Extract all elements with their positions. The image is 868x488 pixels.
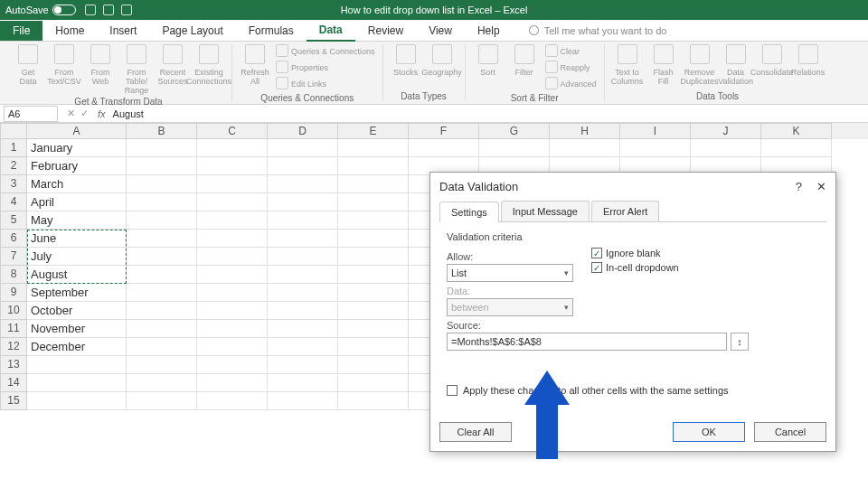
cell[interactable]: [197, 338, 268, 356]
row-header[interactable]: 5: [0, 211, 27, 230]
cell[interactable]: [197, 211, 268, 230]
data-validation-button[interactable]: Data Validation: [721, 44, 751, 86]
cell[interactable]: [127, 392, 197, 410]
cell[interactable]: [338, 211, 409, 230]
menu-view[interactable]: View: [416, 21, 465, 41]
name-box[interactable]: A6: [4, 106, 58, 122]
cell[interactable]: [691, 139, 761, 157]
cell[interactable]: [338, 193, 409, 211]
menu-help[interactable]: Help: [465, 21, 513, 41]
cell[interactable]: [27, 374, 127, 392]
col-header[interactable]: C: [197, 123, 268, 139]
cell[interactable]: July: [27, 248, 127, 266]
properties-link[interactable]: Properties: [276, 61, 375, 75]
sort-button[interactable]: Sort: [473, 44, 504, 77]
cell[interactable]: [197, 193, 268, 211]
from-web-button[interactable]: From Web: [85, 44, 116, 86]
consolidate-button[interactable]: Consolidate: [757, 44, 788, 77]
cell[interactable]: [338, 266, 409, 284]
col-header[interactable]: B: [127, 123, 197, 139]
cell[interactable]: [197, 374, 268, 392]
cell[interactable]: [268, 392, 338, 410]
cell[interactable]: [409, 139, 479, 157]
col-header[interactable]: H: [550, 123, 620, 139]
tab-error-alert[interactable]: Error Alert: [591, 201, 660, 221]
cell[interactable]: [127, 266, 197, 284]
save-icon[interactable]: [85, 5, 96, 15]
cell[interactable]: [338, 392, 409, 410]
flash-fill-button[interactable]: Flash Fill: [648, 44, 679, 86]
cell[interactable]: [268, 139, 338, 157]
cell[interactable]: [268, 356, 338, 374]
cell[interactable]: [197, 392, 268, 410]
row-header[interactable]: 10: [0, 302, 27, 320]
range-picker-button[interactable]: ↕: [731, 333, 749, 351]
clear-all-button[interactable]: Clear All: [439, 422, 512, 442]
cell[interactable]: [268, 230, 338, 248]
col-header[interactable]: F: [409, 123, 479, 139]
queries-link[interactable]: Queries & Connections: [276, 44, 375, 59]
cell[interactable]: [197, 266, 268, 284]
fx-icon[interactable]: fx: [94, 108, 109, 119]
stocks-button[interactable]: Stocks: [391, 44, 421, 77]
existing-conn-button[interactable]: Existing Connections: [193, 44, 224, 86]
row-header[interactable]: 13: [0, 356, 27, 374]
cell[interactable]: [268, 157, 338, 175]
row-header[interactable]: 11: [0, 320, 27, 338]
tell-me-search[interactable]: Tell me what you want to do: [529, 25, 667, 36]
tab-input-message[interactable]: Input Message: [501, 201, 590, 221]
get-data-button[interactable]: Get Data: [13, 44, 43, 86]
incell-dropdown-checkbox[interactable]: ✓ In-cell dropdown: [591, 262, 679, 273]
cell[interactable]: [127, 193, 197, 211]
cell[interactable]: [197, 157, 268, 175]
cell[interactable]: [338, 175, 409, 193]
recent-sources-button[interactable]: Recent Sources: [157, 44, 188, 86]
cell[interactable]: [127, 230, 197, 248]
cell[interactable]: [127, 320, 197, 338]
undo-icon[interactable]: [103, 5, 114, 15]
select-all-cell[interactable]: [0, 123, 27, 139]
cell[interactable]: [127, 374, 197, 392]
cell[interactable]: [268, 248, 338, 266]
row-header[interactable]: 12: [0, 338, 27, 356]
row-header[interactable]: 6: [0, 230, 27, 248]
row-header[interactable]: 2: [0, 157, 27, 175]
help-icon[interactable]: ?: [796, 180, 802, 193]
cell[interactable]: [338, 374, 409, 392]
cell[interactable]: [268, 284, 338, 302]
cell[interactable]: [197, 320, 268, 338]
cell[interactable]: [127, 338, 197, 356]
formula-input[interactable]: August: [109, 108, 868, 119]
cell[interactable]: [338, 320, 409, 338]
cell[interactable]: [127, 248, 197, 266]
relations-button[interactable]: Relations: [793, 44, 824, 77]
close-icon[interactable]: ✕: [816, 180, 826, 193]
remove-dup-button[interactable]: Remove Duplicates: [684, 44, 715, 86]
cell[interactable]: [127, 139, 197, 157]
ok-button[interactable]: OK: [673, 422, 745, 442]
cell[interactable]: [27, 392, 127, 410]
cell[interactable]: [761, 139, 832, 157]
cell[interactable]: October: [27, 302, 127, 320]
cell[interactable]: [268, 302, 338, 320]
refresh-all-button[interactable]: Refresh All: [240, 44, 270, 86]
cell[interactable]: [197, 284, 268, 302]
cell[interactable]: January: [27, 139, 127, 157]
cell[interactable]: [338, 230, 409, 248]
cell[interactable]: [197, 356, 268, 374]
cell[interactable]: November: [27, 320, 127, 338]
redo-icon[interactable]: [121, 5, 132, 15]
cell[interactable]: [127, 157, 197, 175]
col-header[interactable]: A: [27, 123, 127, 139]
cell[interactable]: December: [27, 338, 127, 356]
row-header[interactable]: 15: [0, 392, 27, 410]
cell[interactable]: [338, 284, 409, 302]
advanced-link[interactable]: Advanced: [545, 77, 597, 91]
cell[interactable]: [338, 139, 409, 157]
cell[interactable]: May: [27, 211, 127, 230]
cell[interactable]: [197, 302, 268, 320]
tab-settings[interactable]: Settings: [439, 202, 499, 222]
col-header[interactable]: G: [479, 123, 550, 139]
col-header[interactable]: I: [620, 123, 691, 139]
menu-home[interactable]: Home: [42, 21, 97, 41]
